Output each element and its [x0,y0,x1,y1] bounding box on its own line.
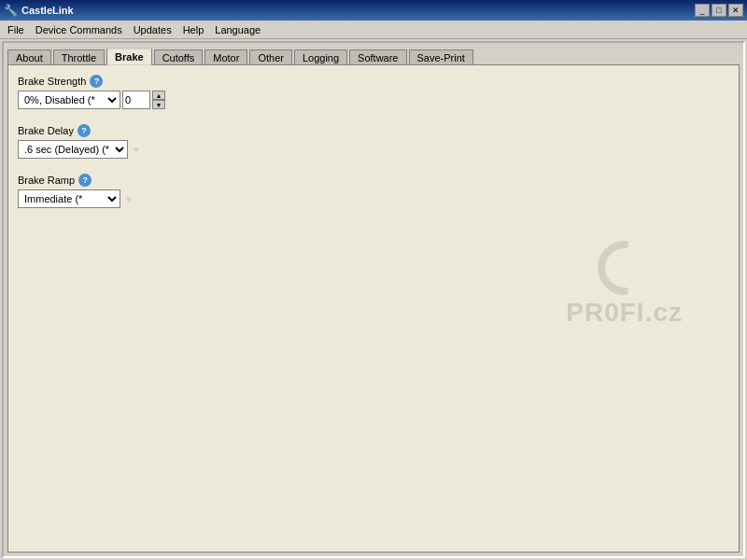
brake-delay-select[interactable]: .6 sec (Delayed) (* [18,140,128,159]
brake-strength-row: 0%, Disabled (* ▲ ▼ [18,91,729,109]
tab-logging[interactable]: Logging [294,49,347,65]
brake-strength-select[interactable]: 0%, Disabled (* [18,91,120,109]
brake-delay-label: Brake Delay ? [18,124,729,137]
brake-ramp-row: Immediate (* ▼ [18,189,729,208]
menu-language[interactable]: Language [209,22,266,37]
minimize-button[interactable]: _ [695,4,710,17]
spin-up[interactable]: ▲ [152,91,165,100]
brake-delay-row: .6 sec (Delayed) (* ▼ [18,140,729,159]
main-window: About Throttle Brake Cutoffs Motor Other… [2,41,745,558]
brake-strength-number[interactable] [122,91,150,109]
brake-delay-group: Brake Delay ? .6 sec (Delayed) (* ▼ [18,124,729,159]
tab-software[interactable]: Software [349,49,406,65]
brake-strength-label: Brake Strength ? [18,75,729,88]
brake-strength-group: Brake Strength ? 0%, Disabled (* ▲ ▼ [18,75,729,109]
tab-about[interactable]: About [7,49,51,65]
menu-bar: File Device Commands Updates Help Langua… [0,21,747,39]
tab-cutoffs[interactable]: Cutoffs [154,49,204,65]
app-title: CastleLink [21,5,74,16]
tab-other[interactable]: Other [249,49,292,65]
menu-updates[interactable]: Updates [128,22,177,37]
close-button[interactable]: ✕ [728,4,743,17]
tab-motor[interactable]: Motor [204,49,247,65]
maximize-button[interactable]: □ [712,4,726,17]
title-bar: 🔧 CastleLink _ □ ✕ [0,0,747,21]
brake-ramp-label: Brake Ramp ? [18,174,729,187]
tab-save-print[interactable]: Save-Print [409,49,473,65]
tab-throttle[interactable]: Throttle [53,49,105,65]
brake-strength-spinner[interactable]: ▲ ▼ [152,91,165,109]
brake-delay-help[interactable]: ? [78,124,91,137]
brake-ramp-group: Brake Ramp ? Immediate (* ▼ [18,174,729,208]
watermark-text: PR0FI.cz [566,298,683,328]
watermark-container: PR0FI.cz [566,240,683,328]
brake-ramp-select[interactable]: Immediate (* [18,189,120,208]
spin-down[interactable]: ▼ [152,100,165,109]
menu-file[interactable]: File [2,22,30,37]
watermark-logo-icon [597,240,653,296]
menu-device-commands[interactable]: Device Commands [30,22,128,37]
content-area: Brake Strength ? 0%, Disabled (* ▲ ▼ Bra… [7,64,740,553]
brake-ramp-help[interactable]: ? [78,174,92,187]
app-icon: 🔧 [4,4,18,17]
tab-brake[interactable]: Brake [106,48,152,65]
tab-bar: About Throttle Brake Cutoffs Motor Other… [4,43,743,64]
title-bar-controls[interactable]: _ □ ✕ [695,4,743,17]
menu-help[interactable]: Help [177,22,210,37]
brake-strength-help[interactable]: ? [90,75,103,88]
title-bar-left: 🔧 CastleLink [4,4,74,17]
